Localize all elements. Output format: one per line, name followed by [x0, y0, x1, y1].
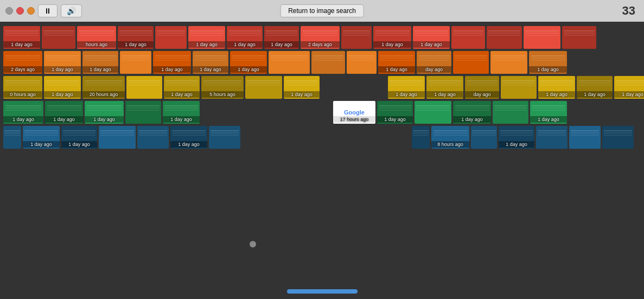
list-item[interactable]	[347, 51, 377, 74]
list-item[interactable]	[412, 126, 430, 149]
list-item[interactable]	[155, 26, 187, 49]
sound-button[interactable]: 🔊	[61, 4, 82, 17]
list-item[interactable]: 1 day ago	[538, 76, 575, 99]
list-item[interactable]: hours ago	[77, 26, 116, 49]
list-item[interactable]: 1 day ago	[45, 101, 83, 124]
traffic-light-orange[interactable]	[27, 7, 35, 15]
row-green: 1 day ago 1 day ago 1 day ago 1 day ago …	[3, 101, 641, 124]
list-item[interactable]: 1 day ago	[230, 51, 267, 74]
traffic-light-gray	[5, 7, 13, 15]
list-item[interactable]: 1 day ago	[85, 101, 124, 124]
list-item[interactable]: 5 hours ago	[201, 76, 244, 99]
list-item[interactable]: 1 day ago	[164, 76, 200, 99]
progress-bar[interactable]	[287, 289, 358, 294]
list-item[interactable]	[487, 26, 522, 49]
list-item[interactable]	[269, 51, 310, 74]
list-item[interactable]: 1 day ago	[453, 101, 491, 124]
list-item[interactable]	[99, 126, 136, 149]
list-item[interactable]: 1 day ago	[577, 76, 613, 99]
list-item[interactable]: 1 day ago	[3, 101, 43, 124]
list-item[interactable]: 1 day ago	[170, 126, 207, 149]
list-item[interactable]: 20 hours ago	[82, 76, 125, 99]
list-item[interactable]: 1 day ago	[82, 51, 118, 74]
row-yellow: 0 hours ago 1 day ago 20 hours ago 1 day…	[3, 76, 641, 99]
toolbar: ⏸ 🔊 Return to image search 33	[0, 0, 644, 22]
list-item[interactable]	[125, 101, 161, 124]
list-item[interactable]	[493, 101, 528, 124]
row-red: 1 day ago hours ago 1 day ago 1 day ago …	[3, 26, 641, 49]
list-item[interactable]	[562, 26, 596, 49]
list-item[interactable]	[209, 126, 240, 149]
return-to-search-button[interactable]: Return to image search	[280, 4, 364, 17]
list-item[interactable]	[120, 51, 151, 74]
content-area: 1 day ago hours ago 1 day ago 1 day ago …	[0, 22, 644, 299]
list-item[interactable]: 1 day ago	[284, 76, 320, 99]
list-item[interactable]	[3, 126, 21, 149]
list-item[interactable]: day ago	[417, 51, 451, 74]
loading-indicator	[250, 241, 256, 247]
list-item[interactable]: 2 days ago	[3, 51, 42, 74]
list-item[interactable]: 1 day ago	[193, 51, 228, 74]
list-item[interactable]: day ago	[465, 76, 499, 99]
list-item[interactable]: 1 day ago	[529, 51, 567, 74]
row-orange: 2 days ago 1 day ago 1 day ago 1 day ago…	[3, 51, 641, 74]
list-item[interactable]	[42, 26, 75, 49]
list-item-google[interactable]: Google 17 hours ago	[333, 101, 375, 124]
list-item[interactable]: 1 day ago	[426, 76, 463, 99]
list-item[interactable]	[602, 126, 634, 149]
list-item[interactable]	[501, 76, 537, 99]
list-item[interactable]: 1 day ago	[377, 101, 413, 124]
list-item[interactable]: 1 day ago	[153, 51, 191, 74]
list-item[interactable]: 1 day ago	[23, 126, 60, 149]
list-item[interactable]	[536, 126, 568, 149]
list-item[interactable]	[126, 76, 162, 99]
list-item[interactable]: 1 day ago	[530, 101, 567, 124]
list-item[interactable]: 1 day ago	[227, 26, 263, 49]
list-item[interactable]	[471, 126, 497, 149]
traffic-light-red[interactable]	[16, 7, 24, 15]
page-number: 33	[622, 4, 635, 18]
list-item[interactable]	[341, 26, 372, 49]
list-item[interactable]: 1 day ago	[614, 76, 644, 99]
row-blue: 1 day ago 1 day ago 1 day ago 8 hours ag…	[3, 126, 641, 149]
list-item[interactable]: 8 hours ago	[431, 126, 469, 149]
list-item[interactable]: 2 days ago	[301, 26, 340, 49]
list-item[interactable]	[311, 51, 345, 74]
list-item[interactable]: 1 day ago	[163, 101, 200, 124]
list-item[interactable]	[415, 101, 451, 124]
google-logo: Google	[344, 109, 365, 116]
list-item[interactable]: 1 day ago	[388, 76, 425, 99]
list-item[interactable]	[453, 51, 489, 74]
list-item[interactable]: 1 day ago	[61, 126, 97, 149]
list-item[interactable]: 1 day ago	[44, 76, 81, 99]
list-item[interactable]: 1 day ago	[44, 51, 81, 74]
pause-icon: ⏸	[44, 7, 52, 15]
list-item[interactable]: 1 day ago	[499, 126, 534, 149]
list-item[interactable]: 1 day ago	[118, 26, 154, 49]
list-item[interactable]	[569, 126, 601, 149]
pause-button[interactable]: ⏸	[38, 4, 58, 17]
list-item[interactable]: 1 day ago	[413, 26, 450, 49]
list-item[interactable]	[524, 26, 560, 49]
list-item[interactable]: 0 hours ago	[3, 76, 42, 99]
list-item[interactable]: 1 day ago	[3, 26, 40, 49]
list-item[interactable]	[245, 76, 282, 99]
list-item[interactable]: 1 day ago	[373, 26, 411, 49]
list-item[interactable]	[137, 126, 169, 149]
list-item[interactable]	[451, 26, 485, 49]
list-item[interactable]: 1 day ago	[378, 51, 415, 74]
sound-icon: 🔊	[67, 7, 76, 15]
list-item[interactable]	[490, 51, 527, 74]
list-item[interactable]: 1 day ago	[188, 26, 225, 49]
list-item[interactable]: 1 day ago	[264, 26, 299, 49]
